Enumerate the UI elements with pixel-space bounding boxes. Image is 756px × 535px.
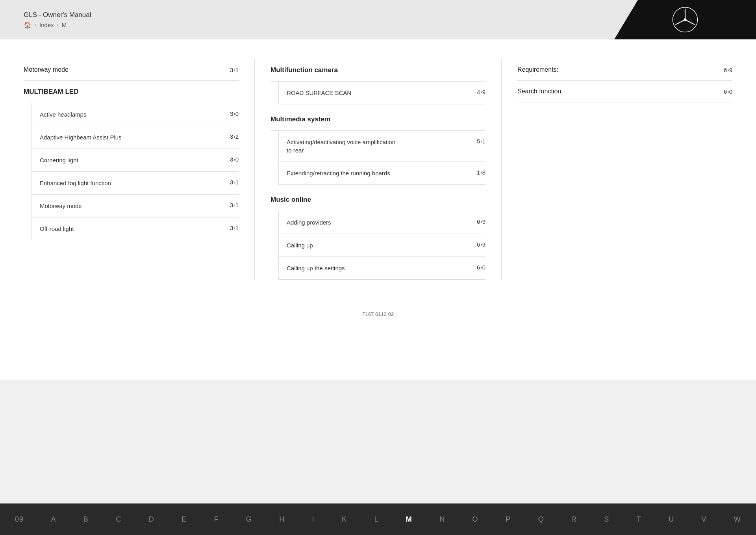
column-1: Motorway mode 3›1 MULTIBEAM LED Active h… (24, 59, 255, 280)
svg-point-1 (684, 19, 687, 21)
alpha-V[interactable]: V (698, 514, 710, 525)
breadcrumb: 🏠 › Index › M (24, 21, 91, 29)
alpha-C[interactable]: C (113, 514, 124, 525)
alpha-Q[interactable]: Q (535, 514, 547, 525)
entry-extending-boards[interactable]: Extending/retracting the running boards … (279, 162, 485, 185)
alpha-G[interactable]: G (243, 514, 255, 525)
page-enhanced-fog: 3›1 (230, 179, 239, 186)
multifunction-sub-section: ROAD SURFACE SCAN 4›9 (278, 82, 485, 104)
alpha-09[interactable]: 09 (12, 514, 27, 525)
entry-multifunction-camera[interactable]: Multifunction camera (271, 59, 485, 82)
page-motorway-mode-sub: 3›1 (230, 202, 239, 208)
alpha-E[interactable]: E (178, 514, 190, 525)
entry-search-function[interactable]: Search function 6›0 (517, 81, 732, 102)
footer-code-text: F167 0113 02 (362, 311, 394, 317)
label-enhanced-fog: Enhanced fog light function (40, 179, 111, 187)
alpha-K[interactable]: K (339, 514, 350, 525)
alpha-T[interactable]: T (634, 514, 645, 525)
label-calling-up-settings: Calling up the settings (287, 264, 345, 272)
page-search-function: 6›0 (724, 88, 732, 95)
label-active-headlamps: Active headlamps (40, 110, 86, 119)
mercedes-logo (671, 6, 699, 33)
main-content: Motorway mode 3›1 MULTIBEAM LED Active h… (0, 39, 756, 380)
page-cornering-light: 3›0 (230, 156, 239, 163)
entry-active-headlamps[interactable]: Active headlamps 3›0 (32, 103, 239, 126)
entry-label-motorway-mode-top: Motorway mode (24, 66, 69, 73)
entry-adding-providers[interactable]: Adding providers 6›9 (279, 211, 485, 234)
entry-requirements[interactable]: Requirements: 6›9 (517, 59, 732, 81)
label-music-online: Music online (271, 196, 311, 204)
label-multimedia-system: Multimedia system (271, 115, 330, 123)
multibeam-sub-section: Active headlamps 3›0 Adaptive Highbeam A… (32, 103, 239, 240)
alpha-L[interactable]: L (371, 514, 382, 525)
entry-page-motorway-mode-top: 3›1 (230, 67, 239, 73)
page-calling-up: 6›9 (477, 241, 485, 248)
entry-calling-up[interactable]: Calling up 6›9 (279, 234, 485, 257)
section-multibeam-led: MULTIBEAM LED (24, 81, 239, 103)
alpha-R[interactable]: R (568, 514, 580, 525)
column-3: Requirements: 6›9 Search function 6›0 (517, 59, 732, 280)
page-adaptive-highbeam: 3›2 (230, 133, 239, 140)
alpha-A[interactable]: A (48, 514, 59, 525)
entry-activating-voice[interactable]: Activating/deactivating voice amplificat… (279, 131, 485, 162)
alpha-N[interactable]: N (436, 514, 448, 525)
entry-motorway-mode-sub[interactable]: Motorway mode 3›1 (32, 195, 239, 217)
home-icon[interactable]: 🏠 (24, 21, 32, 29)
footer-code: F167 0113 02 (24, 303, 732, 357)
page-activating-voice: 5›1 (477, 138, 485, 145)
page-requirements: 6›9 (724, 67, 732, 73)
label-adaptive-highbeam: Adaptive Highbeam Assist Plus (40, 133, 122, 141)
alpha-O[interactable]: O (469, 514, 482, 525)
label-activating-voice: Activating/deactivating voice amplificat… (287, 138, 397, 154)
alpha-U[interactable]: U (665, 514, 677, 525)
label-search-function: Search function (517, 88, 561, 95)
label-cornering-light: Cornering light (40, 156, 78, 164)
label-motorway-mode-sub: Motorway mode (40, 202, 82, 210)
alpha-B[interactable]: B (80, 514, 92, 525)
page-extending-boards: 1›8 (477, 169, 485, 176)
alpha-I[interactable]: I (309, 514, 318, 525)
page-active-headlamps: 3›0 (230, 110, 239, 117)
music-online-sub-section: Adding providers 6›9 Calling up 6›9 Call… (278, 211, 485, 280)
breadcrumb-index[interactable]: Index (39, 22, 54, 28)
header-text: GLS - Owner's Manual 🏠 › Index › M (24, 11, 91, 29)
alpha-F[interactable]: F (211, 514, 222, 525)
label-multifunction-camera: Multifunction camera (271, 66, 338, 74)
label-offroad-light: Off-road light (40, 225, 74, 233)
entry-multimedia-system[interactable]: Multimedia system (271, 108, 485, 131)
entry-adaptive-highbeam[interactable]: Adaptive Highbeam Assist Plus 3›2 (32, 126, 239, 149)
label-calling-up: Calling up (287, 241, 313, 249)
entry-cornering-light[interactable]: Cornering light 3›0 (32, 149, 239, 172)
breadcrumb-chevron-2: › (57, 22, 59, 28)
label-requirements: Requirements: (517, 66, 558, 73)
page-road-surface-scan: 4›9 (477, 89, 485, 95)
columns-container: Motorway mode 3›1 MULTIBEAM LED Active h… (24, 59, 732, 280)
alpha-H[interactable]: H (276, 514, 288, 525)
multimedia-sub-section: Activating/deactivating voice amplificat… (278, 131, 485, 185)
entry-calling-up-settings[interactable]: Calling up the settings 6›0 (279, 257, 485, 280)
label-adding-providers: Adding providers (287, 218, 331, 227)
page-calling-up-settings: 6›0 (477, 264, 485, 271)
breadcrumb-chevron-1: › (35, 22, 36, 28)
alpha-M[interactable]: M (403, 514, 415, 525)
logo-area (614, 0, 756, 39)
multibeam-led-label: MULTIBEAM LED (24, 88, 78, 95)
label-road-surface-scan: ROAD SURFACE SCAN (287, 89, 351, 97)
breadcrumb-current: M (62, 22, 67, 28)
alpha-W[interactable]: W (731, 514, 744, 525)
label-extending-boards: Extending/retracting the running boards (287, 169, 390, 177)
entry-music-online[interactable]: Music online (271, 189, 485, 211)
entry-road-surface-scan[interactable]: ROAD SURFACE SCAN 4›9 (279, 82, 485, 104)
column-2: Multifunction camera ROAD SURFACE SCAN 4… (271, 59, 502, 280)
manual-title: GLS - Owner's Manual (24, 11, 91, 19)
alpha-D[interactable]: D (146, 514, 158, 525)
entry-motorway-mode-top[interactable]: Motorway mode 3›1 (24, 59, 239, 81)
alphabet-bar: 09 A B C D E F G H I K L M N O P Q R S T… (0, 503, 756, 535)
page-adding-providers: 6›9 (477, 218, 485, 225)
entry-offroad-light[interactable]: Off-road light 3›1 (32, 217, 239, 240)
alpha-S[interactable]: S (601, 514, 612, 525)
page-offroad-light: 3›1 (230, 225, 239, 231)
entry-enhanced-fog[interactable]: Enhanced fog light function 3›1 (32, 172, 239, 195)
alpha-P[interactable]: P (502, 514, 514, 525)
header: GLS - Owner's Manual 🏠 › Index › M (0, 0, 756, 39)
